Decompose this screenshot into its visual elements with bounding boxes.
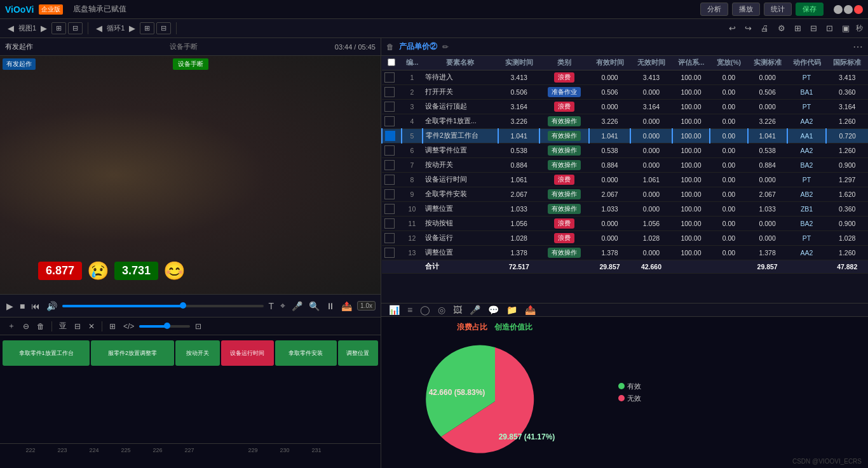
- row-checkbox[interactable]: [384, 189, 395, 199]
- row-num: 6: [402, 144, 423, 158]
- row-checkbox[interactable]: [384, 72, 395, 83]
- del-loop-button[interactable]: ⊟: [156, 22, 171, 34]
- select-all-checkbox[interactable]: [388, 58, 395, 66]
- col-header-eff: 有效时间: [589, 56, 630, 70]
- add-marker-button[interactable]: ＋: [5, 319, 18, 333]
- row-checkbox[interactable]: [384, 160, 395, 170]
- seg-5[interactable]: 拿取零件安装: [275, 340, 337, 366]
- code-button[interactable]: </>: [121, 321, 137, 332]
- row-checkbox[interactable]: [384, 233, 395, 243]
- add-view-button[interactable]: ⊞: [51, 22, 66, 34]
- layout4-button[interactable]: ▣: [839, 22, 852, 34]
- capture-button[interactable]: ⏸: [325, 300, 336, 312]
- row-eval: 100.00: [672, 114, 710, 129]
- seg-1[interactable]: 拿取零件1放置工作台: [3, 340, 90, 366]
- video-header: 有发起作 设备手断 03:44 / 05:45: [0, 38, 381, 56]
- svg-point-12: [166, 227, 186, 246]
- col-header-type: 类别: [539, 56, 588, 70]
- stats-button[interactable]: 统计: [764, 3, 792, 16]
- row-num: 2: [402, 85, 423, 100]
- chart-btn-target[interactable]: ◎: [435, 304, 448, 316]
- chart-btn-list[interactable]: ≡: [405, 304, 415, 316]
- timeline-zoom-slider[interactable]: [139, 325, 190, 328]
- row-name: 零件2放置工作台: [423, 129, 498, 144]
- table-header-row: 编... 要素名称 实测时间 类别 有效时间 无效时间 评估系... 宽放(%)…: [382, 56, 868, 70]
- zoom-out-button[interactable]: ⊖: [20, 321, 32, 332]
- chart-btn-folder[interactable]: 📁: [504, 304, 520, 316]
- row-checkbox[interactable]: [384, 175, 395, 185]
- chart-btn-mic[interactable]: 🎤: [467, 304, 483, 316]
- progress-fill: [62, 305, 183, 307]
- chart-spacer: CSDN @VIOOVI_ECRS: [651, 317, 868, 468]
- vol-button[interactable]: 🔊: [45, 300, 58, 312]
- row-checkbox[interactable]: [384, 145, 395, 156]
- settings-button[interactable]: ⚙: [775, 22, 788, 34]
- delete-icon[interactable]: 🗑: [386, 43, 394, 51]
- progress-bar[interactable]: [62, 305, 263, 307]
- close-button[interactable]: [854, 5, 863, 14]
- chart-btn-pie[interactable]: ◯: [417, 304, 433, 316]
- svg-point-9: [136, 173, 166, 203]
- delete-button[interactable]: 🗑: [34, 321, 47, 332]
- row-checkbox[interactable]: [384, 204, 395, 214]
- table-row: 7 按动开关 0.884 有效操作 0.884 0.000 100.00 0.0…: [382, 158, 868, 173]
- minimize-button[interactable]: [834, 5, 843, 14]
- add-loop-button[interactable]: ⊞: [140, 22, 154, 34]
- layout3-button[interactable]: ⊡: [824, 22, 836, 34]
- mic-button[interactable]: 🎤: [290, 300, 304, 312]
- maximize-button[interactable]: [844, 5, 853, 14]
- row-num: 1: [402, 70, 423, 85]
- analyze-button[interactable]: 分析: [700, 3, 728, 16]
- row-pct: 0.00: [710, 85, 748, 100]
- zoom-button[interactable]: 🔍: [308, 300, 321, 312]
- seg-2[interactable]: 服零件2放置调整零: [91, 340, 173, 366]
- prev-frame-button[interactable]: ⏮: [30, 300, 41, 312]
- row-code: PT: [787, 231, 827, 246]
- separator-1: [51, 321, 52, 331]
- play-button[interactable]: ▶: [5, 300, 15, 312]
- layout1-button[interactable]: ⊞: [792, 22, 804, 34]
- chart-btn-msg[interactable]: 💬: [485, 304, 501, 316]
- seg-4[interactable]: 设备运行时间: [221, 340, 274, 366]
- export-button[interactable]: 📤: [340, 300, 353, 312]
- row-checkbox[interactable]: [384, 116, 395, 126]
- next-view-button[interactable]: ▶: [38, 22, 50, 34]
- row-checkbox[interactable]: [384, 102, 395, 112]
- save-button[interactable]: 保存: [796, 3, 824, 16]
- chinese-button[interactable]: 亚: [57, 319, 69, 333]
- prev-view-button[interactable]: ◀: [5, 22, 17, 34]
- row-checkbox[interactable]: [384, 218, 395, 229]
- del-view-button[interactable]: ⊟: [68, 22, 83, 34]
- fit-button[interactable]: ⊡: [193, 321, 204, 332]
- timeline-ruler: 222 223 224 225 226 227 229 230 231: [0, 443, 381, 456]
- playback-button[interactable]: 播放: [732, 3, 760, 16]
- seg-3[interactable]: 按动开关: [175, 340, 220, 366]
- row-checkbox[interactable]: [384, 248, 395, 258]
- chart-btn-export[interactable]: 📤: [522, 304, 538, 316]
- stop-button[interactable]: ■: [18, 300, 26, 312]
- undo-button[interactable]: ↩: [726, 22, 738, 34]
- prev-loop-button[interactable]: ◀: [93, 22, 105, 34]
- print-button[interactable]: 🖨: [758, 22, 771, 34]
- layout2-button[interactable]: ⊟: [808, 22, 820, 34]
- main-area: 有发起作 设备手断 03:44 / 05:45: [0, 38, 868, 468]
- grid-button[interactable]: ⊞: [107, 321, 118, 332]
- row-checkbox[interactable]: [384, 87, 395, 97]
- format-button[interactable]: ⊟: [72, 321, 83, 332]
- chart-btn-image[interactable]: 🖼: [451, 304, 465, 316]
- seg-6[interactable]: 调整位置: [338, 340, 378, 366]
- cross-button[interactable]: ✕: [86, 321, 97, 332]
- text-button[interactable]: T: [268, 300, 276, 312]
- row-name: 按动开关: [423, 158, 498, 173]
- mark-button[interactable]: ⌖: [279, 299, 287, 312]
- type-badge: 浪费: [554, 233, 574, 243]
- row-num: 12: [402, 231, 423, 246]
- next-loop-button[interactable]: ▶: [126, 22, 138, 34]
- row-pct: 0.00: [710, 100, 748, 114]
- row-checkbox[interactable]: [385, 131, 395, 141]
- edit-icon[interactable]: ✏: [442, 43, 449, 51]
- row-time: 2.067: [498, 187, 539, 202]
- chart-btn-bar[interactable]: 📊: [386, 304, 402, 316]
- redo-button[interactable]: ↪: [742, 22, 754, 34]
- more-options-button[interactable]: ⋯: [853, 41, 863, 53]
